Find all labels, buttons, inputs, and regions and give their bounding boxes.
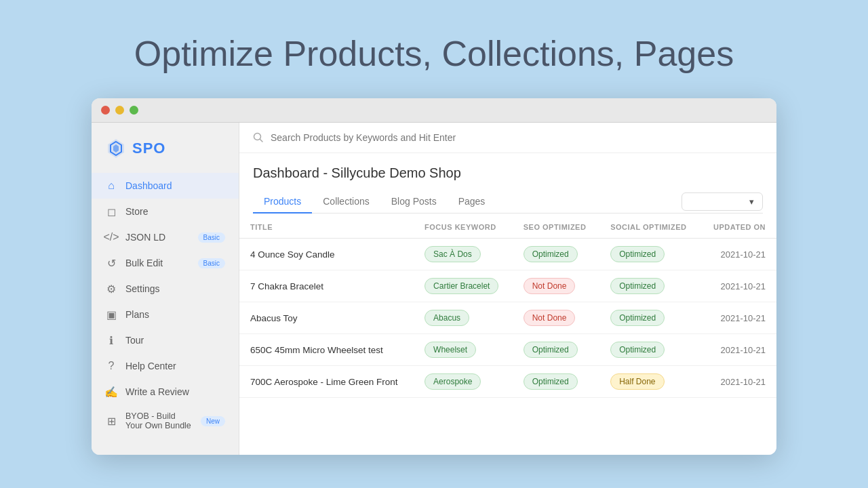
updated-on-cell: 2021-10-21 bbox=[701, 366, 776, 398]
social-status-badge: Half Done bbox=[610, 373, 664, 390]
focus-keyword-cell: Aerospoke bbox=[414, 366, 513, 398]
grid-icon: ⊞ bbox=[105, 415, 117, 427]
seo-status-badge: Optimized bbox=[524, 342, 578, 358]
products-table: TITLE FOCUS KEYWORD SEO OPTIMIZED SOCIAL… bbox=[239, 216, 776, 398]
seo-status-cell: Optimized bbox=[513, 366, 599, 398]
updated-on-cell: 2021-10-21 bbox=[701, 270, 776, 302]
social-status-badge: Optimized bbox=[610, 278, 665, 294]
edit-icon: ↺ bbox=[105, 257, 117, 269]
keyword-badge: Abacus bbox=[425, 310, 469, 326]
sidebar-item-dashboard[interactable]: ⌂ Dashboard bbox=[92, 173, 239, 199]
seo-status-badge: Optimized bbox=[524, 246, 578, 262]
sidebar-item-write-review[interactable]: ✍ Write a Review bbox=[92, 379, 239, 405]
product-title[interactable]: 700C Aerospoke - Lime Green Front bbox=[239, 366, 414, 398]
sidebar-item-store[interactable]: ◻ Store bbox=[92, 199, 239, 224]
keyword-badge: Cartier Bracelet bbox=[425, 278, 498, 294]
seo-status-cell: Optimized bbox=[513, 334, 599, 366]
seo-status-badge: Optimized bbox=[524, 373, 578, 390]
sidebar-item-label: JSON LD bbox=[125, 232, 165, 243]
help-icon: ? bbox=[105, 360, 117, 372]
maximize-button[interactable] bbox=[130, 106, 138, 115]
keyword-badge: Sac À Dos bbox=[425, 246, 481, 262]
table-row: Abacus Toy Abacus Not Done Optimized 202… bbox=[239, 302, 776, 334]
table-row: 4 Ounce Soy Candle Sac À Dos Optimized O… bbox=[239, 239, 776, 270]
sidebar-item-label: Write a Review bbox=[125, 386, 189, 397]
dashboard-title: Dashboard - Sillycube Demo Shop bbox=[253, 165, 763, 181]
product-title[interactable]: Abacus Toy bbox=[239, 302, 414, 334]
social-status-cell: Optimized bbox=[599, 302, 701, 334]
sidebar-item-label: Tour bbox=[125, 335, 144, 346]
star-icon: ✍ bbox=[105, 386, 117, 398]
sidebar-item-plans[interactable]: ▣ Plans bbox=[92, 302, 239, 327]
spo-logo-icon bbox=[105, 138, 127, 159]
tabs-row: Products Collections Blog Posts Pages ▾ bbox=[253, 190, 763, 214]
table-row: 650C 45mm Micro Wheelset test Wheelset O… bbox=[239, 334, 776, 366]
social-status-badge: Optimized bbox=[610, 342, 665, 358]
sidebar-item-label: Plans bbox=[125, 309, 149, 320]
sidebar-item-label: BYOB - Build Your Own Bundle bbox=[125, 411, 193, 430]
social-status-cell: Half Done bbox=[599, 366, 701, 398]
seo-status-badge: Not Done bbox=[524, 278, 576, 294]
info-icon: ℹ bbox=[105, 334, 117, 346]
sidebar-logo: SPO bbox=[92, 131, 239, 173]
seo-status-cell: Optimized bbox=[513, 239, 599, 270]
close-button[interactable] bbox=[101, 106, 110, 115]
updated-on-cell: 2021-10-21 bbox=[701, 239, 776, 270]
box-icon: ◻ bbox=[105, 205, 117, 218]
product-title[interactable]: 4 Ounce Soy Candle bbox=[239, 239, 414, 270]
wallet-icon: ▣ bbox=[105, 308, 117, 321]
keyword-badge: Aerospoke bbox=[425, 373, 481, 390]
tab-collections[interactable]: Collections bbox=[312, 190, 380, 214]
filter-dropdown[interactable]: ▾ bbox=[682, 192, 763, 211]
sidebar-item-settings[interactable]: ⚙ Settings bbox=[92, 276, 239, 302]
tab-products[interactable]: Products bbox=[253, 190, 312, 214]
search-bar bbox=[239, 123, 776, 153]
updated-on-cell: 2021-10-21 bbox=[701, 334, 776, 366]
col-seo-optimized: SEO OPTIMIZED bbox=[513, 216, 599, 239]
products-table-wrapper: TITLE FOCUS KEYWORD SEO OPTIMIZED SOCIAL… bbox=[239, 214, 776, 401]
sidebar-item-label: Bulk Edit bbox=[125, 258, 163, 268]
focus-keyword-cell: Sac À Dos bbox=[414, 239, 513, 270]
product-title[interactable]: 7 Chakra Bracelet bbox=[239, 270, 414, 302]
code-icon: </> bbox=[105, 231, 117, 243]
sidebar-navigation: ⌂ Dashboard ◻ Store </> JSON LD Basic ↺ bbox=[92, 173, 239, 437]
sidebar-item-json-ld[interactable]: </> JSON LD Basic bbox=[92, 224, 239, 250]
table-row: 700C Aerospoke - Lime Green Front Aerosp… bbox=[239, 366, 776, 398]
sidebar-item-label: Settings bbox=[125, 283, 160, 294]
minimize-button[interactable] bbox=[115, 106, 124, 115]
col-social-optimized: SOCIAL OPTIMIZED bbox=[599, 216, 701, 239]
sidebar-item-byob[interactable]: ⊞ BYOB - Build Your Own Bundle New bbox=[92, 405, 239, 437]
sidebar-item-label: Help Center bbox=[125, 361, 176, 371]
main-content: Dashboard - Sillycube Demo Shop Products… bbox=[239, 123, 776, 455]
tab-blog-posts[interactable]: Blog Posts bbox=[380, 190, 448, 214]
sidebar-item-tour[interactable]: ℹ Tour bbox=[92, 327, 239, 353]
search-input[interactable] bbox=[271, 132, 763, 143]
seo-status-badge: Not Done bbox=[524, 310, 576, 326]
seo-status-cell: Not Done bbox=[513, 302, 599, 334]
new-badge: New bbox=[201, 416, 225, 426]
table-row: 7 Chakra Bracelet Cartier Bracelet Not D… bbox=[239, 270, 776, 302]
basic-badge: Basic bbox=[198, 232, 225, 243]
chevron-down-icon: ▾ bbox=[749, 197, 754, 207]
col-title: TITLE bbox=[239, 216, 414, 239]
social-status-badge: Optimized bbox=[610, 246, 665, 262]
tab-pages[interactable]: Pages bbox=[448, 190, 496, 214]
sidebar-item-label: Store bbox=[125, 206, 148, 217]
col-focus-keyword: FOCUS KEYWORD bbox=[414, 216, 513, 239]
gear-icon: ⚙ bbox=[105, 283, 117, 295]
sidebar-item-help-center[interactable]: ? Help Center bbox=[92, 353, 239, 379]
svg-line-4 bbox=[260, 140, 263, 142]
col-updated-on: UPDATED ON bbox=[701, 216, 776, 239]
sidebar-item-bulk-edit[interactable]: ↺ Bulk Edit Basic bbox=[92, 250, 239, 276]
product-title[interactable]: 650C 45mm Micro Wheelset test bbox=[239, 334, 414, 366]
keyword-badge: Wheelset bbox=[425, 342, 476, 358]
sidebar-item-label: Dashboard bbox=[125, 180, 172, 191]
titlebar bbox=[92, 98, 776, 123]
sidebar: SPO ⌂ Dashboard ◻ Store </> JSON LD Basi… bbox=[92, 123, 239, 455]
focus-keyword-cell: Cartier Bracelet bbox=[414, 270, 513, 302]
social-status-badge: Optimized bbox=[610, 310, 665, 326]
social-status-cell: Optimized bbox=[599, 270, 701, 302]
house-icon: ⌂ bbox=[105, 180, 117, 192]
dashboard-header: Dashboard - Sillycube Demo Shop Products… bbox=[239, 153, 776, 214]
app-window: SPO ⌂ Dashboard ◻ Store </> JSON LD Basi… bbox=[92, 98, 776, 455]
